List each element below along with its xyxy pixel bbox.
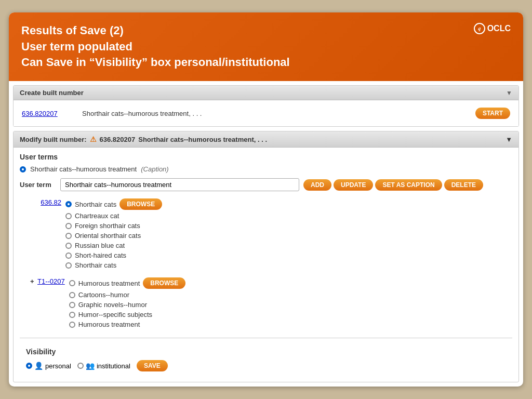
browse-option-chartreaux: Chartreaux cat xyxy=(65,212,512,220)
browse-option-shorthair: Shorthair cats xyxy=(65,261,512,269)
radio-cartoons[interactable] xyxy=(69,292,75,298)
radio-shorthaired[interactable] xyxy=(65,252,72,259)
oclc-logo-icon: 𝑞 xyxy=(474,23,485,34)
browse-options-1: Shorthair cats BROWSE Chartreaux cat For… xyxy=(65,198,512,271)
personal-option: 👤 personal xyxy=(26,362,71,370)
header-banner: Results of Save (2) User term populated … xyxy=(9,12,523,81)
header-title: Results of Save (2) User term populated … xyxy=(21,23,511,71)
chevron-down-icon: ▼ xyxy=(506,89,512,97)
browse-section-1: 636.82 Shorthair cats BROWSE Chartreaux … xyxy=(20,195,512,274)
caption-row: Shorthair cats--humorous treatment (Capt… xyxy=(20,165,512,173)
radio-foreign[interactable] xyxy=(65,223,72,229)
delete-button[interactable]: DELETE xyxy=(444,179,483,191)
browse-option-shorthaired: Short-haired cats xyxy=(65,251,512,259)
user-terms-section: User terms Shorthair cats--humorous trea… xyxy=(14,148,518,382)
caption-radio[interactable] xyxy=(20,166,26,172)
warning-icon: ⚠ xyxy=(90,135,97,143)
section-divider xyxy=(20,338,512,338)
browse-link-1[interactable]: 636.82 xyxy=(30,198,61,206)
modify-panel-header[interactable]: Modify built number: ⚠ 636.820207 Shorth… xyxy=(14,131,518,148)
radio-shorthair[interactable] xyxy=(65,262,72,269)
browse-options-2: Humorous treatment BROWSE Cartoons--humo… xyxy=(69,277,512,330)
browse-option-humorous: Humorous treatment xyxy=(69,321,512,328)
user-terms-title: User terms xyxy=(20,153,512,161)
browse-radio-1[interactable] xyxy=(65,201,72,207)
create-built-number-panel: Create built number ▼ 636.820207 Shortha… xyxy=(13,85,519,127)
radio-humor-specific[interactable] xyxy=(69,312,75,318)
institutional-radio[interactable] xyxy=(77,363,84,369)
chevron-down-icon: ▼ xyxy=(506,136,512,143)
modify-info: Modify built number: ⚠ 636.820207 Shorth… xyxy=(20,135,267,143)
people-icon: 👥 xyxy=(86,362,95,370)
browse-button-1[interactable]: BROWSE xyxy=(119,198,162,210)
visibility-section: Visibility 👤 personal 👥 institutional SA… xyxy=(20,342,512,377)
radio-oriental[interactable] xyxy=(65,233,72,239)
add-button[interactable]: ADD xyxy=(303,179,331,191)
user-term-input[interactable] xyxy=(60,178,299,191)
browse-option-oriental: Oriental shorthair cats xyxy=(65,232,512,240)
browse-link-2[interactable]: T1--0207 xyxy=(37,277,65,285)
browse-radio-2[interactable] xyxy=(69,280,75,286)
browse-option-russian: Russian blue cat xyxy=(65,242,512,249)
radio-humorous[interactable] xyxy=(69,322,75,328)
browse-section-2: + T1--0207 Humorous treatment BROWSE Car… xyxy=(20,274,512,334)
browse-option-humor-specific: Humor--specific subjects xyxy=(69,311,512,318)
user-term-input-row: User term ADD UPDATE SET AS CAPTION DELE… xyxy=(20,178,512,191)
built-number-row: 636.820207 Shorthair cats--humorous trea… xyxy=(20,104,512,122)
create-panel-body: 636.820207 Shorthair cats--humorous trea… xyxy=(14,100,518,126)
radio-graphic[interactable] xyxy=(69,302,75,308)
oclc-logo: 𝑞 OCLC xyxy=(474,23,511,34)
institutional-option: 👥 institutional xyxy=(77,362,130,370)
plus-sign: + xyxy=(30,277,35,285)
person-icon: 👤 xyxy=(34,362,43,370)
browse-option-cartoons: Cartoons--humor xyxy=(69,291,512,299)
visibility-options-row: 👤 personal 👥 institutional SAVE xyxy=(26,360,506,371)
radio-chartreaux[interactable] xyxy=(65,213,72,219)
create-panel-header[interactable]: Create built number ▼ xyxy=(14,86,518,100)
browse-main-option-1: Shorthair cats BROWSE xyxy=(65,198,512,210)
built-number-link[interactable]: 636.820207 xyxy=(22,110,74,117)
visibility-title: Visibility xyxy=(26,348,506,356)
browse-option-graphic: Graphic novels--humor xyxy=(69,301,512,309)
radio-russian[interactable] xyxy=(65,243,72,249)
save-button[interactable]: SAVE xyxy=(137,360,168,371)
personal-radio[interactable] xyxy=(26,363,32,369)
action-buttons: ADD UPDATE SET AS CAPTION DELETE xyxy=(303,179,483,191)
browse-button-2[interactable]: BROWSE xyxy=(143,277,185,289)
user-term-label: User term xyxy=(20,181,56,189)
browse-option-foreign: Foreign shorthair cats xyxy=(65,222,512,230)
set-as-caption-button[interactable]: SET AS CAPTION xyxy=(375,179,442,191)
start-button[interactable]: START xyxy=(475,108,510,119)
browse-main-option-2: Humorous treatment BROWSE xyxy=(69,277,512,289)
update-button[interactable]: UPDATE xyxy=(334,179,373,191)
modify-built-number-panel: Modify built number: ⚠ 636.820207 Shorth… xyxy=(13,131,519,382)
